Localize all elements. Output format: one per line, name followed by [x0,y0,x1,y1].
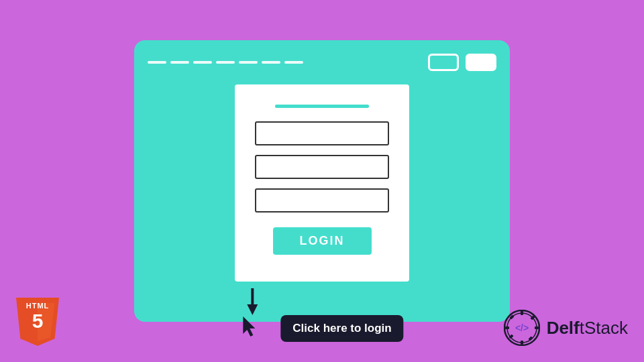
extra-field[interactable] [255,188,389,213]
dash-3 [193,61,212,64]
dash-4 [216,61,235,64]
login-form: LOGIN [235,84,409,282]
browser-button-1[interactable] [428,54,459,71]
browser-window: LOGIN Click here to login [134,40,510,322]
password-field[interactable] [255,155,389,179]
delftstack-icon: </> [504,310,540,346]
form-wrapper: LOGIN Click here to login [235,84,409,282]
svg-rect-7 [505,326,509,329]
svg-rect-8 [535,326,539,329]
arrow-shaft [251,288,254,304]
delf-text: Delf [547,318,580,338]
browser-toolbar [148,54,496,71]
cursor-icon [240,315,264,339]
stack-text: tStack [580,318,628,338]
dash-5 [239,61,258,64]
dash-1 [148,61,166,64]
delftstack-brand: DelftStack [547,318,628,339]
browser-address-bar [148,61,421,64]
svg-rect-6 [521,341,523,345]
html-label: HTML [16,302,59,310]
tooltip: Click here to login [280,315,403,342]
svg-rect-5 [521,311,523,315]
dash-7 [284,61,303,64]
browser-button-2[interactable] [466,54,496,71]
dash-2 [170,61,189,64]
svg-text:</>: </> [515,322,529,333]
login-button[interactable]: LOGIN [273,227,372,255]
html5-number: 5 [16,310,59,332]
form-title-decoration [275,105,369,108]
svg-marker-0 [243,316,255,337]
username-field[interactable] [255,121,389,145]
dash-6 [262,61,280,64]
html5-logo: HTML 5 [16,298,59,346]
delftstack-logo: </> DelftStack [504,310,628,346]
